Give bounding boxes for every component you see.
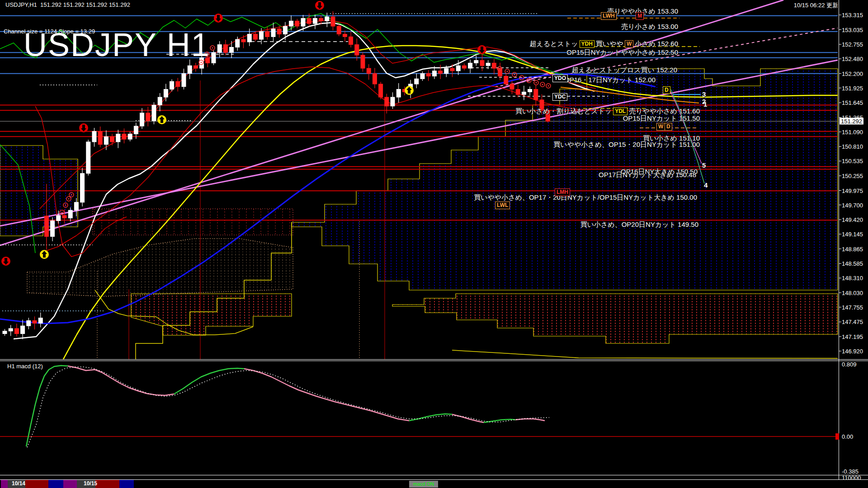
candle-body	[492, 63, 496, 68]
annotation-text: OP17日NYカット大きめ 150.48	[599, 171, 696, 179]
annotation-text: 買いやや	[596, 40, 623, 48]
candle-body	[343, 34, 347, 37]
red-dotted-band	[93, 209, 293, 235]
annotation-text: OP15日NYカットやや小さめ 152.50	[566, 48, 678, 57]
channel-level-number: 3	[702, 90, 706, 98]
channel-level-number: 5	[702, 161, 706, 169]
candle-body	[391, 97, 395, 106]
candle-body	[86, 142, 90, 174]
candle-body	[367, 68, 371, 74]
annotation-text: 買いやや小さめ、OP15・20日NYカット 151.00	[553, 141, 700, 149]
candle-body	[259, 32, 264, 39]
candle-body	[193, 66, 198, 68]
order-annotation: OP16・17日NYカット 152.00	[564, 76, 656, 84]
candle-body	[27, 321, 31, 326]
date-label: 10/14	[12, 480, 25, 487]
date-label: 10/15	[84, 480, 97, 487]
candle-body	[474, 61, 478, 63]
order-annotation: 買いやや小さめ、OP17・20日NYカット/OP15日NYカット大きめ 150.…	[474, 193, 697, 202]
candle-body	[265, 32, 269, 37]
candle-body	[188, 66, 192, 73]
candle-body	[212, 52, 216, 63]
candle-body	[182, 74, 186, 87]
price-tick-label: 148.030	[842, 289, 863, 296]
swing-dot-icon	[542, 84, 543, 85]
current-price-badge: 151.292	[840, 118, 863, 125]
swing-dot-icon	[548, 85, 549, 87]
macd-indicator-title: H1 macd (12)	[7, 363, 43, 370]
candle-body	[331, 17, 335, 26]
candle-body	[33, 321, 37, 324]
candle-body	[432, 71, 436, 76]
candle-body	[349, 37, 353, 44]
candle-body	[456, 66, 460, 71]
candle-body	[110, 136, 114, 142]
candle-body	[247, 34, 251, 42]
candle-body	[241, 39, 245, 42]
price-tick-label: 147.195	[842, 333, 863, 340]
order-annotation: OP15日NYカット 151.50	[623, 114, 700, 123]
price-tick-label: 150.535	[842, 158, 863, 164]
order-annotation: OP15日NYカットやや小さめ 152.50	[566, 48, 678, 57]
candle-body	[373, 74, 377, 84]
pivot-box-lwl: LWL	[495, 202, 510, 209]
pivot-box-w: W	[656, 123, 665, 131]
macd-scale-zero: 0.00	[842, 433, 853, 440]
price-chart-canvas[interactable]	[0, 0, 868, 488]
candle-body	[116, 134, 120, 142]
order-annotation: 超えるとストッYDH買いややW小さめ 152.60	[529, 40, 678, 48]
last-updated-timestamp: 10/15 06:22 更新	[794, 1, 838, 9]
swing-dot-icon	[528, 80, 530, 81]
macd-line-segment	[68, 366, 174, 395]
candle-body	[128, 134, 132, 140]
candle-body	[277, 29, 281, 34]
candle-body	[301, 19, 305, 26]
candle-body	[57, 216, 61, 221]
price-tick-label: 152.755	[842, 41, 863, 48]
candle-body	[74, 202, 78, 210]
candle-body	[146, 113, 150, 121]
pivot-box-d: D	[665, 123, 672, 131]
pivot-box-label: YDH	[580, 40, 594, 48]
channel-level-number: 1	[703, 100, 707, 108]
candle-body	[289, 21, 293, 26]
order-annotation: 買いやや小さめ、OP15・20日NYカット 151.00	[553, 141, 700, 149]
swing-dot-icon	[499, 68, 500, 70]
candle-body	[3, 331, 7, 334]
pivot-box-ydc: YDC	[552, 93, 567, 101]
candle-body	[140, 113, 144, 126]
pivot-box-m: M	[636, 12, 644, 20]
candle-body	[420, 74, 425, 79]
candle-body	[271, 29, 275, 37]
candle-body	[379, 84, 383, 97]
candle-body	[313, 19, 317, 24]
candle-body	[325, 17, 329, 21]
swing-dot-icon	[536, 82, 537, 84]
pivot-box-lmh: LMH	[555, 188, 570, 196]
symbol-ohlc-header: USDJPY,H1 151.292 151.292 151.292 151.29…	[5, 1, 130, 8]
price-tick-label: 147.755	[842, 304, 863, 310]
candle-body	[415, 79, 419, 84]
annotation-text: 買いやや小さめ、OP17・20日NYカット/OP15日NYカット大きめ 150.…	[474, 193, 697, 202]
candle-body	[236, 39, 240, 47]
price-tick-label: 151.645	[842, 99, 863, 106]
swing-dot-icon	[65, 205, 66, 206]
mid-red-cloud	[131, 294, 292, 335]
candle-body	[38, 318, 42, 324]
candle-body	[104, 136, 108, 144]
macd-line-segment	[484, 419, 515, 422]
candle-body	[80, 174, 85, 202]
swing-dot-icon	[71, 194, 72, 196]
candle-body	[164, 89, 168, 97]
macd-line-segment	[244, 369, 409, 421]
order-annotation: 売り小さめ 153.00	[621, 23, 678, 31]
candle-body	[44, 216, 48, 236]
price-tick-label: 153.315	[842, 12, 863, 19]
candle-body	[9, 328, 13, 331]
pivot-box-d: D	[663, 86, 670, 94]
candle-body	[176, 81, 180, 87]
pivot-box-lwh: LWH	[601, 12, 617, 20]
macd-line-segment	[452, 414, 484, 422]
macd-toggle-button[interactable]: macd ON	[409, 481, 438, 488]
candle-body	[361, 55, 365, 68]
